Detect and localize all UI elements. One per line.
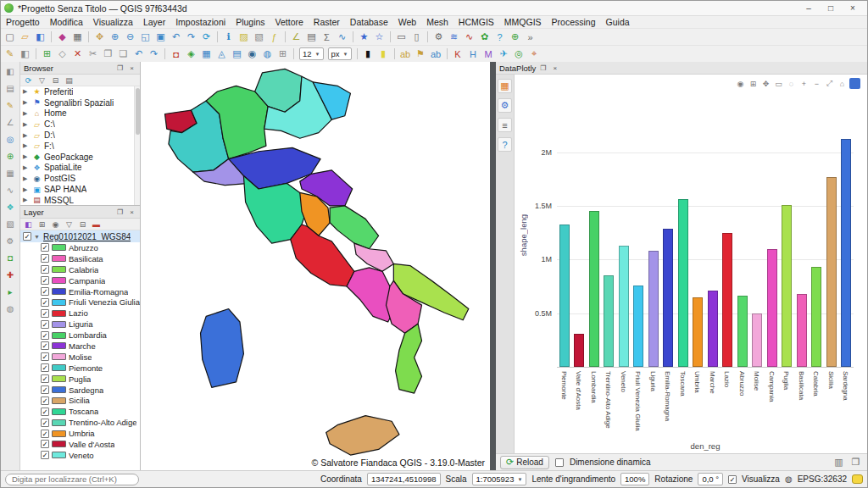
- menu-item-plugins[interactable]: Plugins: [231, 17, 270, 27]
- select-tools-icon[interactable]: ▧: [3, 217, 17, 230]
- zoom-in-plot-icon[interactable]: +: [798, 78, 810, 89]
- db-manager-icon[interactable]: ◘: [3, 251, 17, 264]
- gps-plugin-icon[interactable]: ✈: [497, 47, 511, 61]
- undock-icon[interactable]: ❐: [538, 64, 548, 72]
- expander-icon[interactable]: ▶: [23, 121, 30, 128]
- map-canvas[interactable]: © Salvatore Fiandaca QGIS - 3.19.0-Maste…: [141, 62, 490, 470]
- statistics-icon[interactable]: ∿: [335, 30, 349, 44]
- map-region-sicilia[interactable]: [326, 416, 399, 455]
- chart-bar-umbria[interactable]: [693, 297, 703, 367]
- reload-button[interactable]: ⟳ Reload: [500, 456, 549, 469]
- browser-item-sap-hana[interactable]: ▶▣SAP HANA: [20, 184, 140, 195]
- render-checkbox[interactable]: ✓: [728, 475, 737, 484]
- chart-bar-friuli-venezia-giulia[interactable]: [633, 286, 643, 367]
- zoom-in-icon[interactable]: ⊕: [108, 30, 122, 44]
- add-postgis-layer-icon[interactable]: ◉: [245, 47, 259, 61]
- run-script-icon[interactable]: ▸: [3, 285, 17, 298]
- browser-item-preferiti[interactable]: ▶★Preferiti: [20, 86, 140, 97]
- legend-checkbox[interactable]: ✓: [41, 276, 49, 285]
- show-layouts-icon[interactable]: ▯: [409, 30, 424, 44]
- chart-bar-campania[interactable]: [767, 249, 777, 367]
- label-highlight-icon[interactable]: ab: [429, 47, 443, 61]
- legend-item-calabria[interactable]: ✓Calabria: [20, 264, 140, 275]
- profile-tool-icon[interactable]: ∿: [3, 183, 17, 197]
- toggle-editing-icon[interactable]: ✎: [3, 47, 17, 61]
- legend-item-lazio[interactable]: ✓Lazio: [20, 308, 140, 319]
- map-region-abruzzo[interactable]: [330, 206, 379, 249]
- legend-checkbox[interactable]: ✓: [41, 309, 49, 318]
- style-manager-icon[interactable]: ◆: [55, 30, 70, 44]
- legend-checkbox[interactable]: ✓: [41, 451, 49, 459]
- plot-code-icon[interactable]: ≡: [498, 118, 512, 132]
- legend-checkbox[interactable]: ✓: [41, 385, 49, 394]
- georeferencer-plugin-icon[interactable]: ⌖: [527, 47, 542, 61]
- pan-mode-icon[interactable]: ✥: [760, 78, 771, 89]
- chart-bar-sicilia[interactable]: [826, 177, 837, 367]
- layer-item-reg01012021-wgs84[interactable]: ✓ ▼ Reg01012021_WGS84: [20, 230, 140, 242]
- close-icon[interactable]: ×: [127, 208, 136, 216]
- map-region-sardegna[interactable]: [201, 309, 244, 388]
- chart-bar-calabria[interactable]: [811, 267, 821, 367]
- legend-item-emilia-romagna[interactable]: ✓Emilia-Romagna: [20, 286, 140, 297]
- help-icon[interactable]: ?: [492, 30, 507, 44]
- chart-bar-puglia[interactable]: [782, 205, 792, 367]
- scale-combo[interactable]: 1:7005923 ▼: [472, 473, 527, 485]
- menu-item-visualizza[interactable]: Visualizza: [88, 17, 138, 27]
- identify-features-icon[interactable]: ℹ: [221, 30, 236, 44]
- chart-bar-liguria[interactable]: [648, 251, 659, 367]
- chart-bar-basilicata[interactable]: [797, 294, 807, 367]
- attribute-table-icon[interactable]: ▤: [304, 30, 319, 44]
- legend-checkbox[interactable]: ✓: [41, 243, 49, 252]
- save-edits-icon[interactable]: ◧: [18, 47, 32, 61]
- processing-toolbox-icon[interactable]: ⚙: [431, 30, 446, 44]
- chart-bar-trentino-alto-adige[interactable]: [604, 275, 614, 367]
- zoom-out-plot-icon[interactable]: −: [811, 78, 822, 89]
- legend-checkbox[interactable]: ✓: [41, 408, 49, 416]
- mmqgis-plugin-icon[interactable]: M: [481, 47, 496, 61]
- legend-item-trentino-alto-adige[interactable]: ✓Trentino-Alto Adige: [20, 417, 140, 428]
- chart-bar-sardegna[interactable]: [841, 139, 851, 367]
- zoom-mode-icon[interactable]: ⊞: [748, 78, 759, 89]
- expander-icon[interactable]: ▶: [23, 88, 30, 95]
- menu-item-progetto[interactable]: Progetto: [1, 17, 45, 27]
- legend-item-piemonte[interactable]: ✓Piemonte: [20, 363, 140, 374]
- plotly-logo-icon[interactable]: [849, 78, 860, 89]
- expander-icon[interactable]: ▶: [23, 175, 30, 182]
- expander-icon[interactable]: ▶: [23, 132, 30, 139]
- open-project-icon[interactable]: ▱: [18, 30, 32, 44]
- zoom-next-icon[interactable]: ↷: [184, 30, 198, 44]
- menu-item-web[interactable]: Web: [393, 17, 421, 27]
- expander-icon[interactable]: ▶: [23, 164, 30, 171]
- browser-collapse-icon[interactable]: ⊟: [50, 75, 61, 86]
- first-aid-icon[interactable]: ✚: [3, 268, 17, 281]
- label-pin-icon[interactable]: ⚑: [414, 47, 428, 61]
- select-features-icon[interactable]: ▨: [236, 30, 251, 44]
- chart-bar-veneto[interactable]: [619, 246, 629, 367]
- chart-bar-emilia-romagna[interactable]: [663, 229, 673, 367]
- layout-manager-icon[interactable]: ▦: [70, 30, 85, 44]
- legend-item-molise[interactable]: ✓Molise: [20, 352, 140, 363]
- map-region-molise[interactable]: [354, 243, 393, 271]
- menu-item-mmqgis[interactable]: MMQGIS: [499, 17, 547, 27]
- field-calculator-icon[interactable]: Σ: [320, 30, 334, 44]
- legend-item-lombardia[interactable]: ✓Lombardia: [20, 330, 140, 341]
- legend-checkbox[interactable]: ✓: [41, 352, 49, 361]
- add-raster-layer-icon[interactable]: ▦: [199, 47, 214, 61]
- legend-item-marche[interactable]: ✓Marche: [20, 341, 140, 352]
- layer-styling-icon[interactable]: ◧: [23, 219, 34, 230]
- rotation-value[interactable]: 0,0 °: [698, 473, 723, 485]
- panel-splitter[interactable]: [490, 62, 496, 470]
- raster-tools-icon[interactable]: ▦: [3, 166, 17, 180]
- more-tools-icon[interactable]: »: [523, 30, 537, 44]
- search-plugin-icon[interactable]: ⊕: [508, 30, 522, 44]
- expand-all-icon[interactable]: ⊟: [77, 219, 88, 230]
- legend-checkbox[interactable]: ✓: [41, 363, 49, 372]
- delete-selected-icon[interactable]: ✕: [70, 47, 85, 61]
- maximize-button[interactable]: □: [820, 3, 842, 13]
- zoom-out-icon[interactable]: ⊖: [123, 30, 137, 44]
- expander-icon[interactable]: ▶: [23, 186, 30, 193]
- add-feature-icon[interactable]: ⊞: [40, 47, 54, 61]
- legend-item-basilicata[interactable]: ✓Basilicata: [20, 253, 140, 264]
- browser-item-home[interactable]: ▶⌂Home: [20, 108, 140, 119]
- reset-axes-icon[interactable]: ⌂: [837, 78, 848, 89]
